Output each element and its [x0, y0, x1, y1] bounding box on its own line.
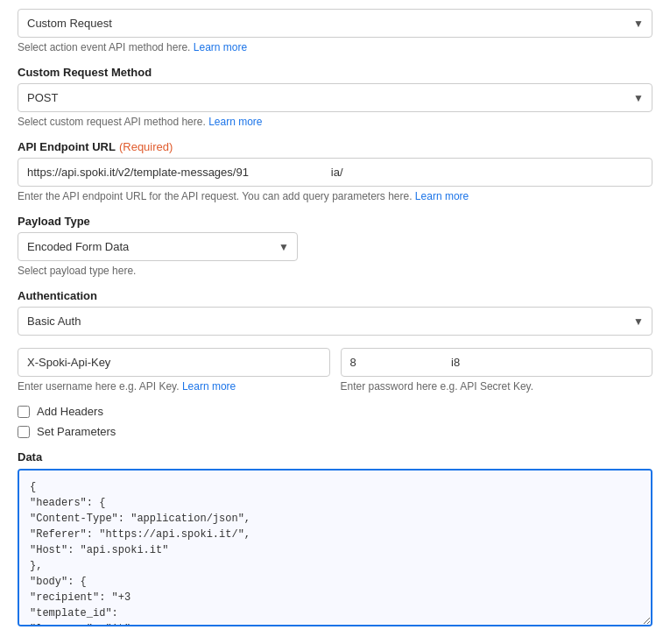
- custom-request-method-select-wrapper[interactable]: POST ▼: [18, 83, 652, 112]
- authentication-section: Authentication Basic Auth ▼: [18, 289, 652, 336]
- main-container: Custom Request ▼ Select action event API…: [0, 0, 670, 644]
- set-parameters-label[interactable]: Set Parameters: [37, 425, 116, 438]
- add-headers-label[interactable]: Add Headers: [37, 405, 103, 418]
- auth-password-col: [341, 348, 653, 377]
- auth-username-input[interactable]: [18, 348, 330, 377]
- authentication-select-wrapper[interactable]: Basic Auth ▼: [18, 307, 652, 336]
- checkboxes-section: Add Headers Set Parameters: [18, 405, 652, 438]
- auth-credentials-row: [18, 348, 652, 377]
- auth-username-col: [18, 348, 330, 377]
- data-section: Data { "headers": { "Content-Type": "app…: [18, 450, 652, 629]
- payload-type-helper: Select payload type here.: [18, 265, 652, 277]
- auth-password-helper-col: Enter password here e.g. API Secret Key.: [341, 377, 653, 393]
- auth-helpers-row: Enter username here e.g. API Key. Learn …: [18, 377, 652, 393]
- auth-password-input[interactable]: [341, 348, 653, 377]
- api-endpoint-required: (Required): [119, 140, 173, 153]
- api-endpoint-section: API Endpoint URL(Required) Enter the API…: [18, 140, 652, 202]
- set-parameters-row: Set Parameters: [18, 425, 652, 438]
- auth-username-helper-col: Enter username here e.g. API Key. Learn …: [18, 377, 330, 393]
- add-headers-row: Add Headers: [18, 405, 652, 418]
- api-endpoint-input[interactable]: [18, 158, 652, 187]
- custom-request-method-select[interactable]: POST: [18, 83, 652, 112]
- add-headers-checkbox[interactable]: [18, 406, 30, 418]
- api-endpoint-helper: Enter the API endpoint URL for the API r…: [18, 190, 652, 202]
- auth-credentials-section: Enter username here e.g. API Key. Learn …: [18, 348, 652, 393]
- custom-request-method-learn-more-link[interactable]: Learn more: [208, 116, 262, 128]
- auth-password-helper: Enter password here e.g. API Secret Key.: [341, 380, 653, 393]
- data-textarea[interactable]: { "headers": { "Content-Type": "applicat…: [18, 469, 652, 626]
- custom-request-method-section: Custom Request Method POST ▼ Select cust…: [18, 66, 652, 128]
- set-parameters-checkbox[interactable]: [18, 426, 30, 438]
- action-event-learn-more-link[interactable]: Learn more: [194, 41, 247, 53]
- payload-type-section: Payload Type Encoded Form Data ▼ Select …: [18, 215, 652, 277]
- action-event-helper: Select action event API method here. Lea…: [18, 41, 652, 53]
- payload-type-select[interactable]: Encoded Form Data: [18, 232, 298, 261]
- auth-username-learn-more-link[interactable]: Learn more: [182, 380, 236, 393]
- data-section-label: Data: [18, 450, 652, 464]
- payload-type-label: Payload Type: [18, 215, 652, 228]
- authentication-label: Authentication: [18, 289, 652, 302]
- payload-type-select-wrapper[interactable]: Encoded Form Data ▼: [18, 232, 298, 261]
- authentication-select[interactable]: Basic Auth: [18, 307, 652, 336]
- custom-request-method-label: Custom Request Method: [18, 66, 652, 79]
- action-event-select[interactable]: Custom Request: [18, 9, 652, 38]
- action-event-select-wrapper[interactable]: Custom Request ▼: [18, 9, 652, 38]
- action-event-section: Custom Request ▼ Select action event API…: [18, 9, 652, 53]
- custom-request-method-helper: Select custom request API method here. L…: [18, 116, 652, 128]
- api-endpoint-learn-more-link[interactable]: Learn more: [415, 190, 469, 202]
- auth-username-helper: Enter username here e.g. API Key. Learn …: [18, 380, 330, 393]
- api-endpoint-label: API Endpoint URL(Required): [18, 140, 652, 153]
